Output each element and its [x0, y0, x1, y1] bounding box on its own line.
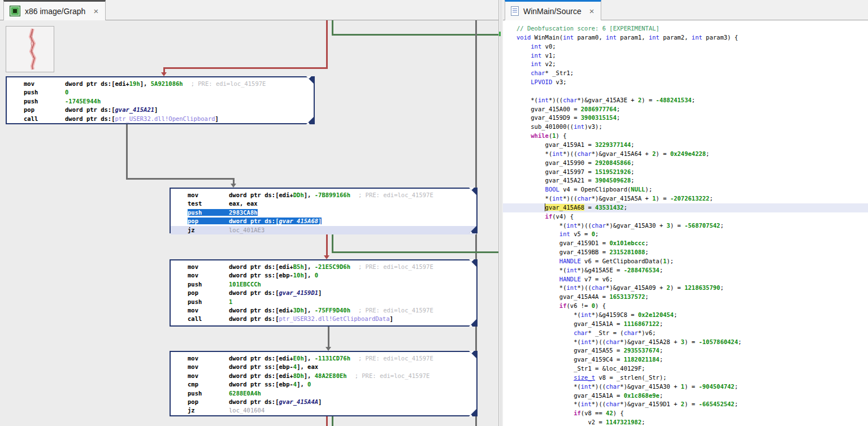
cpu-chip-icon	[10, 6, 20, 16]
source-code-line[interactable]: // Deobfuscation score: 6 [EXPERIMENTAL]	[503, 24, 868, 33]
source-code-line[interactable]: sub_401000((int)v3);	[503, 123, 868, 132]
token: ptr_USER32.dll!GetClipboardData	[279, 315, 390, 322]
asm-instruction-line[interactable]: push0	[7, 88, 314, 97]
source-code-line[interactable]: v2 = 1147321982;	[503, 418, 868, 426]
token: gvar_4159D9 =	[517, 114, 581, 121]
asm-instruction-line[interactable]: push1	[171, 298, 476, 306]
tab-x86-image-graph[interactable]: x86 image/Graph ×	[3, 0, 106, 20]
source-code-line[interactable]: *(int*)((char*)&gvar_415A30 + 1) = -9045…	[503, 382, 868, 392]
graph-canvas[interactable]: movdword ptr ds:[edi+19h], 5A921086h; PR…	[0, 20, 498, 426]
asm-instruction-line[interactable]: push101EBCCCh	[171, 280, 476, 289]
asm-instruction-line[interactable]: movdword ptr ds:[edi+DDh], -7B899166h; P…	[171, 191, 476, 199]
asm-instruction-line[interactable]: movdword ptr ds:[edi+3Dh], -75FF9D40h; P…	[171, 306, 476, 315]
source-code-line[interactable]: int v5 = 0;	[503, 230, 868, 239]
source-code-line[interactable]: int v1;	[503, 51, 868, 60]
source-code-line[interactable]: gvar_415A1A = 1116867122;	[503, 320, 868, 329]
asm-instruction-line[interactable]: movdword ptr ds:[edi+8Dh], 48A2E80Eh; PR…	[171, 372, 476, 380]
close-icon[interactable]: ×	[93, 7, 98, 15]
token: _Str1 = &loc_40129F;	[517, 365, 645, 372]
source-code-line[interactable]: gvar_415A00 = 2086977764;	[503, 105, 868, 114]
source-code-line[interactable]: *(int*)((char*)&gvar_415A09 + 2) = 12186…	[503, 284, 868, 293]
token: 2086977764	[581, 106, 617, 112]
source-code-line[interactable]: *(int*)((char*)&gvar_415A64 + 2) = 0x249…	[503, 150, 868, 159]
source-code-line[interactable]: int v2;	[503, 60, 868, 69]
asm-instruction-line[interactable]: push-1745E944h	[7, 97, 314, 106]
source-code-line[interactable]: gvar_415A1A = 0x1c868e9e;	[503, 392, 868, 401]
source-code-line[interactable]: char* _Str1;	[503, 69, 868, 78]
basic-block-2[interactable]: movdword ptr ds:[edi+DDh], -7B899166h; P…	[170, 188, 478, 233]
source-code-line[interactable]: gvar_415A68 = 43531432;	[503, 203, 868, 212]
source-editor[interactable]: // Deobfuscation score: 6 [EXPERIMENTAL]…	[503, 20, 868, 426]
source-code-line[interactable]: gvar_415990 = 2920845866;	[503, 159, 868, 168]
token: ;	[631, 168, 634, 175]
asm-instruction-line[interactable]: popdword ptr ds:[gvar_415A4A]	[171, 398, 476, 406]
source-code-line[interactable]: if(v4) {	[503, 212, 868, 221]
basic-block-3[interactable]: movdword ptr ds:[edi+B5h], -21E5C9D6h; P…	[170, 259, 478, 327]
asm-instruction-line[interactable]: movdword ptr ds:[edi+19h], 5A921086h; PR…	[7, 80, 314, 88]
basic-block-1[interactable]: movdword ptr ds:[edi+19h], 5A921086h; PR…	[6, 76, 315, 124]
source-code-line[interactable]: HANDLE v6 = GetClipboardData(1);	[503, 257, 868, 266]
token: =	[584, 204, 595, 211]
source-code-line[interactable]: char* _Str = (char*)v6;	[503, 329, 868, 338]
source-code-line[interactable]: gvar_4159C4 = 1182021184;	[503, 355, 868, 364]
source-code-line[interactable]: size_t v8 = _strlen(_Str);	[503, 373, 868, 382]
edge-gray-b1-b2-h	[126, 178, 235, 180]
asm-instruction-line[interactable]: cmpdword ptr ss:[ebp-4], 0	[171, 380, 476, 389]
token: *)&gvar_415A28 +	[620, 338, 680, 345]
asm-instruction-line[interactable]: popdword ptr ds:[gvar_4159D1]	[171, 289, 476, 297]
token: gvar_415A68	[279, 218, 319, 224]
source-code-line[interactable]: HANDLE v7 = v6;	[503, 275, 868, 284]
source-code-line[interactable]: gvar_415A55 = 2935537674;	[503, 346, 868, 355]
source-code-line[interactable]: *(int*)((char*)&gvar_415A28 + 3) = -1057…	[503, 338, 868, 347]
tab-winmain-source[interactable]: WinMain/Source ×	[505, 0, 601, 20]
asm-instruction-line[interactable]: jzloc_401AE3	[171, 226, 476, 234]
token: param1,	[617, 34, 649, 41]
asm-instruction-line[interactable]: movdword ptr ds:[edi+B5h], -21E5C9D6h; P…	[171, 263, 476, 271]
token: ],	[304, 263, 315, 270]
graph-minimap[interactable]	[6, 26, 54, 72]
token: gvar_4159D1	[279, 289, 319, 296]
source-code-line[interactable]: *(int*)((char*)&gvar_415A3E + 2) = -4882…	[503, 96, 868, 105]
source-code-line[interactable]: gvar_4159D9 = 3900315154;	[503, 114, 868, 123]
asm-instruction-line[interactable]: movdword ptr ds:[edi+E0h], -1131CD76h; P…	[171, 354, 476, 363]
source-code-line[interactable]: gvar_4159BB = 2315281088;	[503, 248, 868, 257]
asm-instruction-line[interactable]: push2983CA8h	[171, 208, 476, 217]
source-code-line[interactable]: *(int*)((char*)&gvar_415A30 + 3) = -5687…	[503, 221, 868, 231]
source-code-line[interactable]	[503, 87, 868, 96]
source-code-line[interactable]: *(int*)&g415A5E = -288476534;	[503, 266, 868, 275]
asm-instruction-line[interactable]: popdword ptr ds:[gvar_415A68]	[171, 217, 476, 225]
asm-instruction-line[interactable]: calldword ptr ds:[ptr_USER32.dll!OpenCli…	[7, 115, 314, 123]
close-icon[interactable]: ×	[589, 7, 594, 15]
source-code-line[interactable]: *(int*)&g4159C8 = 0x2e120454;	[503, 311, 868, 320]
source-code-line[interactable]: *(int*)((char*)&gvar_4159D1 + 2) = -6654…	[503, 400, 868, 409]
token: ;	[659, 392, 663, 399]
source-code-line[interactable]: if(v6 != 0) {	[503, 302, 868, 311]
token: ;	[692, 97, 695, 103]
token: ) {	[613, 410, 624, 416]
source-code-line[interactable]: _Str1 = &loc_40129F;	[503, 364, 868, 373]
source-code-line[interactable]: LPVOID v3;	[503, 78, 868, 87]
token: *)((	[549, 97, 563, 103]
source-code-line[interactable]: if(v8 == 42) {	[503, 409, 868, 418]
source-code-line[interactable]: *(int*)((char*)&gvar_415A5A + 1) = -2072…	[503, 194, 868, 203]
source-code-line[interactable]: void WinMain(int param0, int param1, int…	[503, 33, 868, 42]
asm-instruction-line[interactable]: movdword ptr ss:[ebp-10h], 0	[171, 271, 476, 280]
basic-block-4[interactable]: movdword ptr ds:[edi+E0h], -1131CD76h; P…	[170, 351, 478, 416]
asm-instruction-line[interactable]: calldword ptr ds:[ptr_USER32.dll!GetClip…	[171, 315, 476, 323]
edge-red-arrowhead	[161, 72, 167, 76]
asm-instruction-line[interactable]: popdword ptr ds:[gvar_415A21]	[7, 106, 314, 114]
source-code-line[interactable]: gvar_4159D1 = 0x101ebccc;	[503, 239, 868, 248]
source-code-line[interactable]: while(1) {	[503, 132, 868, 141]
token: -904504742	[698, 383, 734, 390]
token: -2072613222	[670, 195, 710, 202]
source-code-line[interactable]: gvar_415A21 = 3904509628;	[503, 176, 868, 185]
asm-instruction-line[interactable]: jzloc_401604	[171, 406, 476, 415]
source-code-line[interactable]: gvar_415A4A = 1653137572;	[503, 293, 868, 302]
source-code-line[interactable]: BOOL v4 = OpenClipboard(NULL);	[503, 185, 868, 194]
asm-instruction-line[interactable]: movdword ptr ss:[ebp-4], eax	[171, 363, 476, 371]
asm-instruction-line[interactable]: push6288E0A4h	[171, 389, 476, 398]
source-code-line[interactable]: int v0;	[503, 42, 868, 51]
source-code-line[interactable]: gvar_415997 = 1519521926;	[503, 168, 868, 177]
asm-instruction-line[interactable]: testeax, eax	[171, 199, 476, 208]
source-code-line[interactable]: gvar_4159A1 = 3229377144;	[503, 141, 868, 150]
